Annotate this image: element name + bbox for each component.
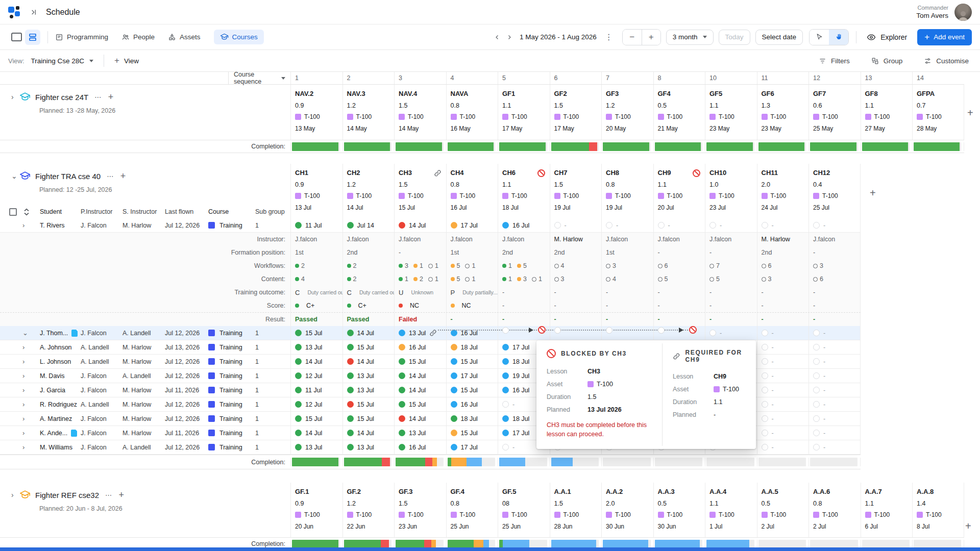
date-prev-icon[interactable]: [491, 32, 503, 42]
select-all-checkbox[interactable]: [9, 208, 17, 216]
course-add-icon[interactable]: +: [119, 490, 125, 500]
lesson-card[interactable]: GF51.1T-10023 May: [705, 85, 757, 140]
lesson-status-cell[interactable]: 15 Jul: [394, 355, 446, 368]
row-expand-chevron[interactable]: ›: [22, 415, 24, 422]
lesson-status-cell[interactable]: 13 Jul: [394, 326, 446, 340]
lesson-card[interactable]: GFPA0.7T-10028 May: [912, 85, 964, 140]
course-expand-chevron[interactable]: ⌄: [11, 172, 19, 180]
lesson-status-cell[interactable]: 13 Jul: [342, 383, 395, 397]
lesson-status-cell[interactable]: -: [757, 218, 809, 232]
customise-button[interactable]: Customise: [921, 57, 972, 65]
cursor-tool-icon[interactable]: [810, 30, 829, 45]
lesson-status-cell[interactable]: 14 Jul: [342, 426, 395, 440]
lesson-status-cell[interactable]: 14 Jul: [394, 383, 446, 397]
lesson-status-cell[interactable]: 13 Jul: [290, 440, 342, 454]
lesson-status-cell[interactable]: -: [757, 440, 809, 454]
lesson-status-cell[interactable]: -: [757, 355, 809, 368]
split-view-icon[interactable]: [25, 30, 40, 45]
course-more-icon[interactable]: ⋯: [94, 93, 102, 101]
lesson-status-cell[interactable]: -: [705, 218, 757, 232]
lesson-card[interactable]: A.A.30.5T-10030 Jun: [653, 483, 705, 537]
explorer-button[interactable]: Explorer: [864, 32, 910, 42]
lesson-card[interactable]: GF.508T-10025 Jun: [498, 483, 550, 537]
course-add-icon[interactable]: +: [108, 92, 114, 103]
lesson-status-cell[interactable]: -: [808, 218, 861, 232]
lesson-card[interactable]: CH71.5T-10019 Jul: [550, 164, 602, 218]
lesson-status-cell[interactable]: 18 Jul: [446, 412, 498, 425]
lesson-status-cell[interactable]: -: [757, 383, 809, 397]
group-button[interactable]: Group: [868, 57, 906, 65]
lesson-status-cell[interactable]: -: [808, 355, 861, 368]
lesson-status-cell[interactable]: 15 Jul: [342, 412, 395, 425]
lesson-card[interactable]: CH91.1T-10020 Jul: [653, 164, 705, 218]
lesson-status-cell[interactable]: -: [757, 412, 809, 425]
tab-courses[interactable]: Courses: [214, 30, 264, 44]
single-view-icon[interactable]: [8, 30, 25, 44]
lesson-status-cell[interactable]: 14 Jul: [342, 326, 395, 340]
lesson-card[interactable]: GF.21.2T-10022 Jun: [342, 483, 395, 537]
column-header[interactable]: Course: [208, 208, 255, 215]
lesson-card[interactable]: CH10.9T-10013 Jul: [290, 164, 342, 218]
lesson-card[interactable]: GF81.1T-10027 May: [861, 85, 913, 140]
lesson-status-cell[interactable]: -: [808, 326, 861, 340]
add-column-button[interactable]: +: [964, 106, 976, 120]
lesson-status-cell[interactable]: 12 Jul: [290, 397, 342, 411]
lesson-card[interactable]: A.A.71.1T-1006 Jul: [861, 483, 913, 537]
lesson-card[interactable]: CH80.8T-10019 Jul: [601, 164, 653, 218]
tab-people[interactable]: People: [121, 30, 155, 44]
lesson-status-cell[interactable]: 14 Jul: [290, 426, 342, 440]
lesson-status-cell[interactable]: [498, 326, 550, 340]
lesson-status-cell[interactable]: -: [808, 369, 861, 383]
tab-programming[interactable]: Programming: [55, 30, 108, 44]
sort-button[interactable]: [23, 208, 30, 216]
course-sequence-header[interactable]: Course sequence: [228, 72, 290, 84]
column-header[interactable]: Last flown: [165, 208, 208, 215]
lesson-card[interactable]: GF.10.9T-10020 Jun: [290, 483, 342, 537]
note-icon[interactable]: [71, 430, 77, 437]
lesson-status-cell[interactable]: -: [757, 340, 809, 354]
lesson-status-cell[interactable]: 18 Jul: [446, 340, 498, 354]
lesson-status-cell[interactable]: -: [808, 383, 861, 397]
lesson-status-cell[interactable]: 17 Jul: [446, 218, 498, 232]
horizontal-scrollbar[interactable]: [0, 547, 980, 551]
course-expand-chevron[interactable]: ›: [11, 491, 19, 499]
lesson-status-cell[interactable]: 16 Jul: [446, 397, 498, 411]
avatar[interactable]: [954, 4, 972, 21]
lesson-status-cell[interactable]: -: [757, 397, 809, 411]
lesson-card[interactable]: A.A.22.0T-10030 Jun: [601, 483, 653, 537]
lesson-card[interactable]: GF31.2T-10020 May: [601, 85, 653, 140]
lesson-card[interactable]: CH112.0T-10024 Jul: [757, 164, 809, 218]
student-row[interactable]: ⌄J. Thom...J. FalconA. LandellJul 12, 20…: [0, 326, 861, 340]
lesson-status-cell[interactable]: 15 Jul: [342, 397, 395, 411]
lesson-status-cell[interactable]: [601, 326, 653, 340]
lesson-status-cell[interactable]: -: [757, 369, 809, 383]
pan-tool-icon[interactable]: [829, 30, 848, 45]
column-header[interactable]: Sub group: [255, 208, 290, 215]
lesson-status-cell[interactable]: 15 Jul: [290, 326, 342, 340]
course-more-icon[interactable]: ⋯: [105, 491, 113, 499]
range-select[interactable]: 3 month: [666, 30, 714, 45]
today-button[interactable]: Today: [719, 30, 750, 45]
lesson-card[interactable]: A.A.41.1T-1001 Jul: [705, 483, 757, 537]
row-expand-chevron[interactable]: ›: [22, 358, 24, 365]
zoom-in-button[interactable]: +: [642, 30, 660, 45]
lesson-card[interactable]: NAV.41.5T-10014 May: [394, 85, 446, 140]
lesson-card[interactable]: GF.31.5T-10023 Jun: [394, 483, 446, 537]
lesson-card[interactable]: NAVA0.8T-10016 May: [446, 85, 498, 140]
lesson-status-cell[interactable]: -: [550, 218, 602, 232]
app-logo[interactable]: [8, 6, 21, 19]
lesson-status-cell[interactable]: 13 Jul: [342, 440, 395, 454]
lesson-status-cell[interactable]: 14 Jul: [394, 218, 446, 232]
row-expand-chevron[interactable]: ›: [22, 372, 24, 380]
column-header[interactable]: P.Instructor: [81, 208, 122, 215]
lesson-status-cell[interactable]: [550, 326, 602, 340]
column-header[interactable]: S. Instructor: [122, 208, 165, 215]
lesson-card[interactable]: GF21.5T-10017 May: [550, 85, 602, 140]
lesson-card[interactable]: CH120.4T-10025 Jul: [808, 164, 861, 218]
lesson-card[interactable]: CH21.2T-10014 Jul: [342, 164, 395, 218]
row-expand-chevron[interactable]: ›: [22, 400, 24, 408]
add-view-button[interactable]: +View: [111, 55, 142, 66]
zoom-out-button[interactable]: −: [623, 30, 642, 45]
lesson-status-cell[interactable]: -: [808, 440, 861, 454]
lesson-status-cell[interactable]: 15 Jul: [342, 340, 395, 354]
